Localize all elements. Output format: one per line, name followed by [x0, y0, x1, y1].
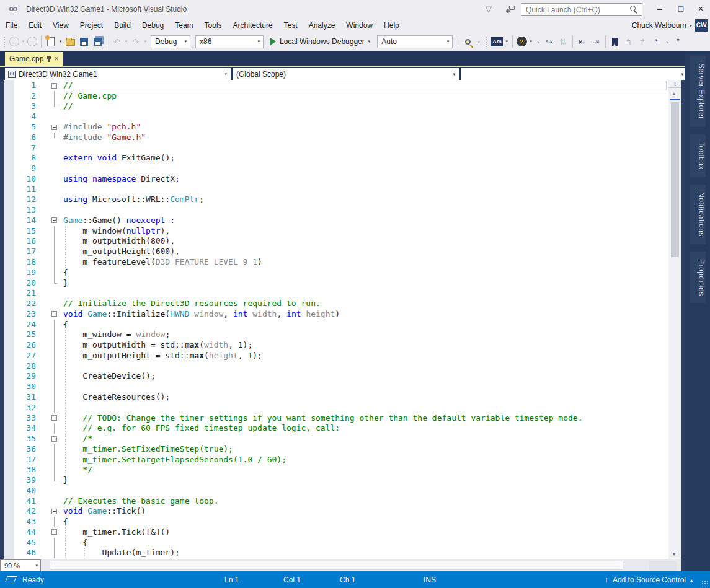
close-button[interactable]: ×	[691, 0, 710, 17]
code-line-13[interactable]: 13	[4, 205, 668, 216]
code-line-46[interactable]: 46 Update(m_timer);	[4, 548, 668, 558]
collapse-icon[interactable]	[51, 529, 57, 535]
scope-dropdown[interactable]: (Global Scope) ▾	[233, 68, 459, 80]
code-line-34[interactable]: 34 // e.g. for 60 FPS fixed timestep upd…	[4, 423, 668, 434]
uncomment-icon[interactable]: ”	[672, 35, 685, 48]
scrollbar-thumb[interactable]	[671, 102, 679, 257]
code-line-38[interactable]: 38 */	[4, 465, 668, 475]
nav-backward-icon[interactable]: ←	[9, 37, 19, 46]
code-line-44[interactable]: 44 m_timer.Tick([&]()	[4, 527, 668, 538]
menu-test[interactable]: Test	[278, 19, 303, 32]
solution-configuration-combo[interactable]: Debug▾	[151, 35, 190, 48]
toolbar-grip[interactable]	[485, 36, 488, 47]
outlining-margin[interactable]	[50, 122, 60, 133]
menu-tools[interactable]: Tools	[199, 19, 228, 32]
menu-help[interactable]: Help	[378, 19, 405, 32]
code-line-11[interactable]: 11	[4, 185, 668, 195]
code-line-16[interactable]: 16 m_outputWidth(800),	[4, 236, 668, 247]
code-line-2[interactable]: 2// Game.cpp	[4, 91, 668, 102]
code-line-40[interactable]: 40	[4, 486, 668, 496]
vertical-scrollbar[interactable]: ↕ ▲ ▼	[668, 80, 681, 559]
collapse-icon[interactable]	[51, 509, 57, 514]
scroll-up-icon[interactable]: ▲	[672, 91, 677, 97]
add-to-source-control-button[interactable]: ↑ Add to Source Control ▴	[605, 576, 693, 584]
code-line-10[interactable]: 10using namespace DirectX;	[4, 174, 668, 185]
sync-with-active-document-icon[interactable]: ⇅	[557, 35, 569, 48]
code-line-8[interactable]: 8extern void ExitGame();	[4, 153, 668, 164]
menu-analyze[interactable]: Analyze	[303, 19, 341, 32]
pin-icon[interactable]	[48, 56, 50, 62]
code-line-15[interactable]: 15 m_window(nullptr),	[4, 226, 668, 237]
code-line-18[interactable]: 18 m_featureLevel(D3D_FEATURE_LEVEL_9_1)	[4, 257, 668, 268]
code-line-29[interactable]: 29 CreateDevice();	[4, 371, 668, 382]
debug-target-combo[interactable]: Auto▾	[377, 35, 453, 48]
code-line-32[interactable]: 32	[4, 403, 668, 413]
solution-platform-combo[interactable]: x86▾	[195, 35, 264, 48]
user-account-menu[interactable]: Chuck Walbourn ▾ CW	[632, 19, 708, 32]
scrollbar-thumb[interactable]	[50, 561, 623, 570]
code-line-14[interactable]: 14Game::Game() noexcept :	[4, 216, 668, 226]
code-line-9[interactable]: 9	[4, 164, 668, 174]
menu-window[interactable]: Window	[340, 19, 378, 32]
code-line-31[interactable]: 31 CreateResources();	[4, 392, 668, 403]
code-line-37[interactable]: 37 m_timer.SetTargetElapsedSeconds(1.0 /…	[4, 455, 668, 465]
new-file-icon[interactable]	[45, 35, 57, 48]
outlining-margin[interactable]	[50, 434, 60, 444]
chevron-down-icon[interactable]: ▾	[123, 39, 129, 44]
tab-game-cpp[interactable]: Game.cpp ×	[5, 52, 63, 66]
side-tab-toolbox[interactable]: Toolbox	[690, 134, 706, 177]
code-line-30[interactable]: 30	[4, 382, 668, 392]
code-line-41[interactable]: 41// Executes the basic game loop.	[4, 496, 668, 507]
menu-build[interactable]: Build	[109, 19, 136, 32]
chevron-down-icon[interactable]: ▾	[504, 39, 510, 44]
close-icon[interactable]: ×	[54, 55, 59, 63]
resize-grip[interactable]	[701, 580, 708, 586]
code-line-42[interactable]: 42void Game::Tick()	[4, 506, 668, 517]
toolbar-overflow-icon[interactable]: ▾	[476, 37, 482, 46]
navigate-to-icon[interactable]: ↪	[543, 35, 556, 48]
side-tab-notifications[interactable]: Notifications	[690, 185, 706, 244]
split-window-handle[interactable]: ↕	[668, 80, 681, 88]
code-line-33[interactable]: 33 // TODO: Change the timer settings if…	[4, 413, 668, 424]
outlining-margin[interactable]	[50, 413, 60, 424]
code-line-35[interactable]: 35 /*	[4, 434, 668, 444]
code-line-1[interactable]: 1//	[4, 81, 668, 91]
save-icon[interactable]	[78, 35, 90, 48]
code-line-28[interactable]: 28	[4, 361, 668, 372]
prev-bookmark-icon[interactable]: ↰	[623, 35, 635, 48]
collapse-icon[interactable]	[51, 415, 57, 421]
quick-launch-input[interactable]	[521, 3, 642, 16]
comment-icon[interactable]: “	[650, 35, 662, 48]
toolbar-overflow-icon[interactable]: ▾	[664, 37, 670, 46]
start-debugging-button[interactable]: Local Windows Debugger▾	[266, 34, 375, 49]
code-editor[interactable]: 1//2// Game.cpp3//45#include "pch.h"6#in…	[4, 80, 668, 559]
project-dropdown[interactable]: ++ Direct3D Win32 Game1 ▾	[5, 68, 231, 80]
menu-debug[interactable]: Debug	[136, 19, 169, 32]
code-line-45[interactable]: 45 {	[4, 538, 668, 548]
code-line-12[interactable]: 12using Microsoft::WRL::ComPtr;	[4, 195, 668, 205]
outlining-margin[interactable]	[50, 309, 60, 320]
code-line-26[interactable]: 26 m_outputWidth = std::max(width, 1);	[4, 340, 668, 351]
menu-edit[interactable]: Edit	[23, 19, 47, 32]
menu-team[interactable]: Team	[169, 19, 198, 32]
code-line-36[interactable]: 36 m_timer.SetFixedTimeStep(true);	[4, 444, 668, 455]
menu-file[interactable]: File	[0, 19, 23, 32]
save-all-icon[interactable]	[91, 35, 104, 48]
code-line-3[interactable]: 3//	[4, 102, 668, 112]
help-icon[interactable]: ?	[517, 37, 527, 46]
zoom-level-dropdown[interactable]: 99 % ▾	[0, 559, 41, 571]
code-line-43[interactable]: 43{	[4, 517, 668, 527]
chevron-down-icon[interactable]: ▾	[143, 39, 148, 44]
side-tab-server-explorer[interactable]: Server Explorer	[690, 56, 706, 127]
scroll-down-icon[interactable]: ▼	[672, 551, 677, 557]
collapse-icon[interactable]	[51, 83, 57, 89]
outlining-margin[interactable]	[50, 216, 60, 226]
redo-icon[interactable]: ↷	[130, 35, 142, 48]
outlining-margin[interactable]	[50, 506, 60, 517]
maximize-button[interactable]: □	[671, 0, 691, 17]
collapse-icon[interactable]	[51, 311, 57, 317]
code-line-39[interactable]: 39}	[4, 475, 668, 486]
toggle-bookmark-icon[interactable]	[609, 35, 621, 48]
menu-project[interactable]: Project	[74, 19, 109, 32]
code-line-21[interactable]: 21	[4, 288, 668, 299]
